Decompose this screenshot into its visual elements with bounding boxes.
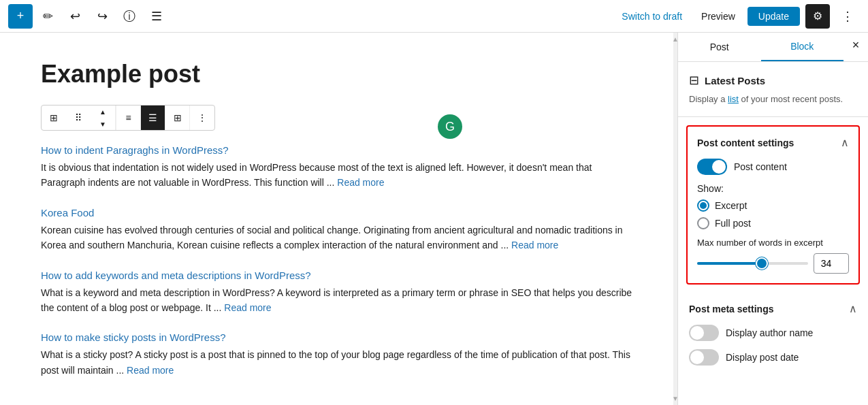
display-author-toggle-row: Display author name [689,325,857,341]
list-item: How to add keywords and meta description… [41,270,632,316]
show-label: Show: [697,183,849,194]
latest-posts-header: ⊟ Latest Posts [689,73,857,88]
update-button[interactable]: Update [748,7,800,26]
toggle-knob [712,160,726,174]
edit-button[interactable]: ✏ [35,4,60,29]
display-author-label: Display author name [726,327,813,338]
ellipsis-icon: ⋮ [841,9,854,24]
date-toggle-knob [690,351,704,364]
undo-icon: ↩ [70,9,80,24]
info-button[interactable]: ⓘ [117,4,142,29]
read-more-link[interactable]: Read more [127,365,174,376]
preview-button[interactable]: Preview [694,7,742,26]
display-date-toggle[interactable] [689,349,719,366]
sidebar-tabs: Post Block × [678,33,868,62]
collapse-settings-button[interactable]: ∧ [841,136,849,149]
max-words-input[interactable] [814,253,849,274]
list-icon: ☰ [151,9,162,24]
post-excerpt: It is obvious that indentation is not wi… [41,160,632,191]
info-icon: ⓘ [123,8,135,25]
list-item: How to make sticky posts in WordPress? W… [41,331,632,378]
redo-icon: ↪ [97,9,108,24]
list-item: Korea Food Korean cuisine has evolved th… [41,207,632,253]
plus-icon: + [17,9,25,23]
switch-to-draft-button[interactable]: Switch to draft [615,7,689,26]
block-list-view-button[interactable]: ☰ [141,106,165,130]
post-title: Example post [41,60,632,88]
tab-post[interactable]: Post [678,33,761,61]
block-move-up-button[interactable]: ▲ [91,106,115,118]
read-more-link[interactable]: Read more [337,177,384,188]
main-area: G Example post ⊞ ⠿ ▲ ▼ ≡ ☰ ⊞ ⋮ How to in… [0,33,868,405]
collapse-meta-button[interactable]: ∧ [849,302,857,315]
sidebar: Post Block × ⊟ Latest Posts Display a li… [677,33,868,405]
full-post-label: Full post [715,218,751,229]
post-content-toggle[interactable] [697,159,727,175]
block-more-options-button[interactable]: ⋮ [190,106,214,130]
latest-posts-section: ⊟ Latest Posts Display a list of your mo… [678,62,868,117]
max-words-label: Max number of words in excerpt [697,238,849,248]
settings-button[interactable]: ⚙ [805,4,830,29]
post-title-link[interactable]: How to indent Paragraghs in WordPress? [41,144,632,156]
tab-block[interactable]: Block [761,33,844,61]
excerpt-radio[interactable] [697,199,709,212]
undo-button[interactable]: ↩ [63,4,87,29]
latest-posts-description: Display a list of your most recent posts… [689,93,857,106]
post-content-settings: Post content settings ∧ Post content Sho… [686,125,860,285]
author-toggle-knob [690,326,704,340]
post-excerpt: What is a keyword and meta description i… [41,285,632,316]
post-meta-settings: Post meta settings ∧ Display author name… [678,293,868,383]
excerpt-label: Excerpt [715,200,747,211]
list-view-button[interactable]: ☰ [144,4,169,29]
list-item: How to indent Paragraghs in WordPress? I… [41,144,632,191]
slider-row [697,253,849,274]
latest-posts-icon: ⊟ [689,73,699,88]
block-tool-group-1: ⊞ ⠿ ▲ ▼ [42,106,116,130]
gear-icon: ⚙ [813,10,822,22]
add-block-button[interactable]: + [8,4,33,29]
close-sidebar-button[interactable]: × [843,33,868,57]
display-author-toggle[interactable] [689,325,719,341]
read-more-link[interactable]: Read more [224,302,271,313]
post-content-toggle-label: Post content [734,161,787,172]
post-excerpt: What is a sticky post? A sticky post is … [41,347,632,378]
block-toolbar: ⊞ ⠿ ▲ ▼ ≡ ☰ ⊞ ⋮ [41,105,215,131]
settings-header: Post content settings ∧ [697,136,849,149]
words-slider-track[interactable] [697,262,808,265]
post-list: How to indent Paragraghs in WordPress? I… [41,144,632,378]
block-grid-view-button[interactable]: ⊞ [165,106,190,130]
block-align-left-button[interactable]: ≡ [116,106,141,130]
excerpt-radio-row[interactable]: Excerpt [697,199,849,212]
toolbar-left: + ✏ ↩ ↪ ⓘ ☰ [8,4,169,29]
display-date-label: Display post date [726,352,799,363]
post-excerpt: Korean cuisine has evolved through centu… [41,223,632,253]
read-more-link[interactable]: Read more [511,240,558,250]
settings-header-title: Post content settings [697,137,794,148]
toolbar-right: Switch to draft Preview Update ⚙ ⋮ [615,4,860,29]
redo-button[interactable]: ↪ [90,4,114,29]
meta-settings-title: Post meta settings [689,304,773,314]
block-type-button[interactable]: ⊞ [42,106,66,130]
full-post-radio-row[interactable]: Full post [697,217,849,229]
toolbar: + ✏ ↩ ↪ ⓘ ☰ Switch to draft Preview Upda… [0,0,868,33]
block-move-down-button[interactable]: ▼ [91,118,115,130]
block-drag-button[interactable]: ⠿ [66,106,91,130]
full-post-radio[interactable] [697,217,709,229]
more-options-button[interactable]: ⋮ [835,4,860,29]
editor-area: G Example post ⊞ ⠿ ▲ ▼ ≡ ☰ ⊞ ⋮ How to in… [0,33,673,405]
post-title-link[interactable]: How to add keywords and meta description… [41,270,632,281]
edit-icon: ✏ [43,9,53,24]
slider-thumb[interactable] [756,257,768,270]
post-title-link[interactable]: How to make sticky posts in WordPress? [41,331,632,343]
post-title-link[interactable]: Korea Food [41,207,632,218]
gravatar: G [438,114,462,139]
meta-settings-header: Post meta settings ∧ [689,302,857,315]
display-date-toggle-row: Display post date [689,349,857,366]
latest-posts-link[interactable]: list [728,94,739,104]
post-content-toggle-row: Post content [697,159,849,175]
latest-posts-title: Latest Posts [705,75,765,86]
slider-fill [697,262,762,265]
